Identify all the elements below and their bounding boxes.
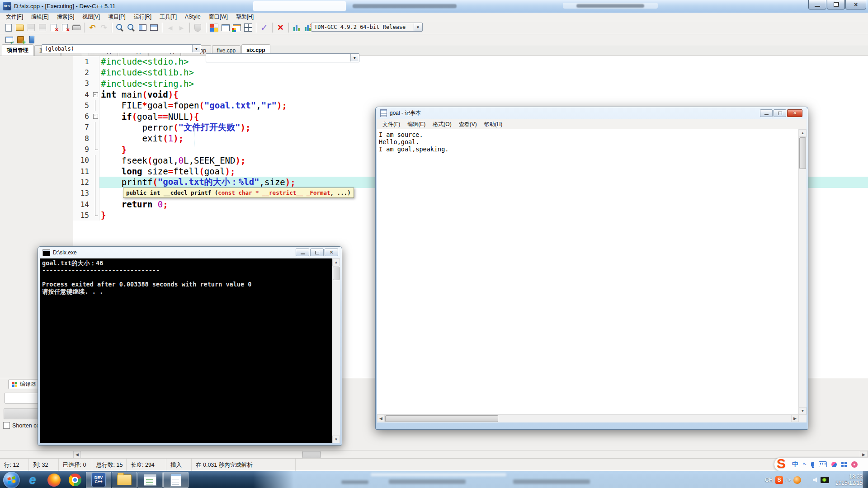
taskbar-chrome-icon[interactable]: [65, 472, 85, 488]
console-maximize-button[interactable]: [310, 249, 324, 256]
taskbar-start-button[interactable]: [1, 472, 22, 488]
taskbar-app-window-icon[interactable]: [137, 472, 163, 488]
scrollbar-thumb[interactable]: [333, 267, 340, 280]
scroll-up-icon[interactable]: ▲: [332, 258, 340, 266]
menu-item[interactable]: 文件[F]: [2, 12, 27, 22]
forward-button[interactable]: [176, 22, 187, 33]
close-button[interactable]: ×: [845, 0, 866, 9]
notepad-horizontal-scrollbar[interactable]: ◀ ▶: [377, 414, 799, 422]
globals-combo[interactable]: (globals) ▼: [42, 44, 201, 53]
taskbar-dev-cpp-icon[interactable]: DEVC++: [86, 472, 111, 488]
members-combo[interactable]: ▼: [206, 53, 359, 62]
nav-window-button[interactable]: [4, 34, 15, 45]
editor-horizontal-scrollbar[interactable]: ◀ ▶: [0, 450, 868, 459]
language-indicator[interactable]: CH: [765, 477, 773, 483]
fold-marker[interactable]: [92, 111, 99, 122]
security-tray-icon[interactable]: [793, 476, 801, 484]
menu-item[interactable]: 编辑[E]: [27, 12, 53, 22]
taskbar-internet-explorer-icon[interactable]: e: [22, 472, 43, 488]
scrollbar-thumb[interactable]: [385, 415, 498, 422]
menu-item[interactable]: 运行[R]: [130, 12, 156, 22]
scroll-down-icon[interactable]: ▼: [799, 407, 807, 415]
console-output[interactable]: goal.txt的大小：46--------------------------…: [40, 258, 340, 443]
grid-menu-icon[interactable]: [841, 462, 847, 467]
notepad-vertical-scrollbar[interactable]: ▲ ▼: [798, 129, 807, 415]
notepad-menu-item[interactable]: 编辑(E): [404, 120, 429, 129]
scrollbar-thumb[interactable]: [302, 451, 321, 458]
menu-item[interactable]: 搜索[S]: [53, 12, 79, 22]
bookmark-button[interactable]: [26, 34, 38, 45]
compiler-selector[interactable]: TDM-GCC 4.9.2 64-bit Release ▼: [311, 23, 423, 32]
print-button[interactable]: [71, 22, 82, 33]
volume-icon[interactable]: [813, 477, 819, 483]
tab-compiler[interactable]: 编译器: [8, 380, 40, 389]
show-desktop-button[interactable]: [863, 471, 868, 488]
chinese-mode-icon[interactable]: 中: [792, 460, 798, 469]
new-file-button[interactable]: [3, 22, 14, 33]
clock[interactable]: 18:23 2025/12/15: [835, 474, 863, 486]
abort-compile-button[interactable]: [275, 22, 286, 33]
notepad-close-button[interactable]: ✕: [787, 109, 802, 117]
run-button[interactable]: [220, 22, 231, 33]
menu-item[interactable]: 项目[P]: [104, 12, 130, 22]
save-all-button[interactable]: [37, 22, 48, 33]
goto-line-button[interactable]: [148, 22, 160, 33]
console-close-button[interactable]: ✕: [325, 249, 338, 256]
shorten-paths-checkbox[interactable]: [3, 422, 10, 429]
book-add-button[interactable]: [15, 34, 26, 45]
fold-marker[interactable]: [92, 89, 99, 100]
menu-item[interactable]: 工具[T]: [156, 12, 181, 22]
scroll-up-icon[interactable]: ▲: [799, 129, 807, 137]
save-button[interactable]: [25, 22, 37, 33]
notepad-maximize-button[interactable]: [774, 109, 786, 117]
back-button[interactable]: [165, 22, 176, 33]
keyboard-icon[interactable]: [819, 461, 827, 467]
taskbar-file-explorer-icon[interactable]: [112, 472, 137, 488]
syntax-check-button[interactable]: [259, 22, 270, 33]
notepad-menu-item[interactable]: 查看(V): [455, 120, 481, 129]
skin-icon[interactable]: [831, 462, 837, 467]
close-file-button[interactable]: [48, 22, 59, 33]
scrollbar-thumb[interactable]: [799, 137, 806, 169]
panel-tab-项目管理[interactable]: 项目管理: [2, 44, 33, 56]
notepad-menu-item[interactable]: 帮助(H): [481, 120, 506, 129]
scroll-left-icon[interactable]: ◀: [377, 415, 385, 422]
menu-item[interactable]: 窗口[W]: [205, 12, 232, 22]
scroll-right-icon[interactable]: ▶: [791, 415, 799, 422]
nvidia-tray-icon[interactable]: [821, 477, 829, 483]
console-minimize-button[interactable]: [296, 249, 309, 256]
microphone-icon[interactable]: [811, 462, 814, 467]
console-vertical-scrollbar[interactable]: ▲ ▼: [332, 258, 340, 443]
notepad-text-area[interactable]: I am source.Hello,goal.I am goal,speakin…: [377, 129, 799, 415]
close-all-button[interactable]: [59, 22, 71, 33]
sogou-tray-icon[interactable]: S: [775, 476, 783, 484]
find-button[interactable]: [114, 22, 126, 33]
restore-button[interactable]: [827, 0, 845, 9]
menu-item[interactable]: 视图[V]: [78, 12, 104, 22]
menu-item[interactable]: AStyle: [181, 13, 205, 21]
scroll-down-icon[interactable]: ▼: [332, 436, 340, 443]
taskbar-firefox-icon[interactable]: [43, 472, 64, 488]
tray-expand-icon[interactable]: ❏▾: [785, 478, 791, 482]
scroll-left-icon[interactable]: ◀: [73, 451, 81, 458]
redo-button[interactable]: [98, 22, 109, 33]
replace-button[interactable]: [137, 22, 148, 33]
settings-icon[interactable]: [851, 461, 858, 468]
compile-button[interactable]: [208, 22, 220, 33]
open-file-button[interactable]: [14, 22, 25, 33]
notepad-menu-item[interactable]: 格式(O): [429, 120, 455, 129]
notepad-minimize-button[interactable]: [760, 109, 773, 117]
menu-item[interactable]: 帮助[H]: [232, 12, 258, 22]
compile-run-button[interactable]: [231, 22, 242, 33]
taskbar-notepad-icon[interactable]: [163, 472, 189, 488]
profile-analysis-button[interactable]: [291, 22, 302, 33]
rebuild-all-button[interactable]: [242, 22, 254, 33]
sogou-logo-icon[interactable]: S: [774, 456, 789, 471]
debug-shield-button[interactable]: [192, 22, 203, 33]
find-in-files-button[interactable]: [126, 22, 137, 33]
undo-button[interactable]: [87, 22, 98, 33]
punctuation-icon[interactable]: °·: [803, 462, 807, 467]
minimize-button[interactable]: [808, 0, 826, 9]
notepad-menu-item[interactable]: 文件(F): [379, 120, 404, 129]
resize-grip[interactable]: [799, 415, 807, 422]
